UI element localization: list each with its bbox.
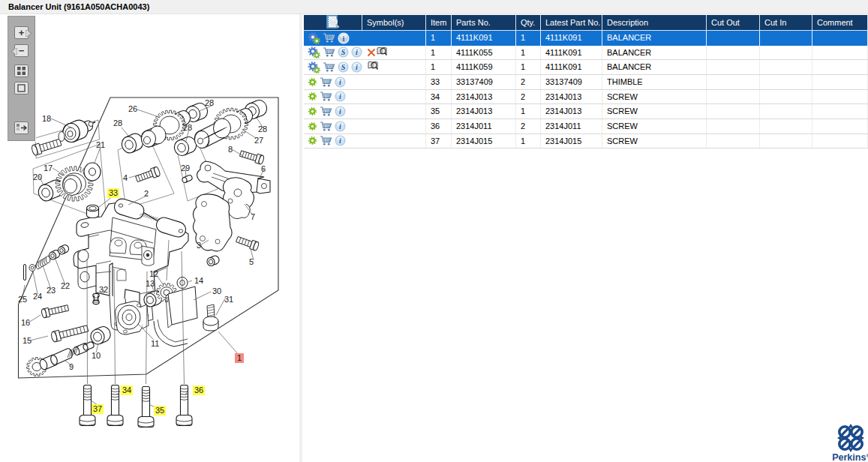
svg-text:i: i	[339, 107, 341, 116]
svg-text:11: 11	[151, 339, 159, 348]
svg-text:20: 20	[33, 172, 42, 182]
svg-text:33: 33	[109, 188, 118, 197]
svg-text:1: 1	[237, 353, 242, 362]
svg-text:30: 30	[212, 286, 221, 296]
svg-text:7: 7	[251, 212, 255, 221]
svg-text:9: 9	[69, 362, 74, 371]
svg-text:37: 37	[93, 404, 102, 413]
svg-text:i: i	[339, 93, 341, 101]
svg-text:28: 28	[183, 123, 192, 132]
svg-text:i: i	[339, 137, 341, 146]
svg-text:i: i	[339, 122, 341, 130]
svg-text:18: 18	[42, 114, 51, 123]
svg-text:S: S	[341, 49, 346, 57]
svg-text:28: 28	[205, 98, 214, 107]
svg-text:12: 12	[149, 269, 158, 278]
svg-text:36: 36	[194, 386, 203, 394]
svg-text:28: 28	[113, 118, 122, 128]
svg-text:i: i	[343, 34, 345, 43]
svg-text:17: 17	[44, 164, 53, 172]
svg-text:Perkins®: Perkins®	[832, 452, 868, 462]
svg-text:23: 23	[47, 286, 56, 295]
svg-text:22: 22	[61, 281, 70, 290]
svg-text:21: 21	[96, 140, 105, 149]
svg-text:6: 6	[261, 164, 266, 173]
svg-text:i: i	[339, 78, 341, 86]
svg-text:26: 26	[128, 104, 137, 113]
svg-text:14: 14	[194, 276, 203, 285]
svg-text:S: S	[341, 63, 346, 71]
svg-text:31: 31	[224, 295, 233, 304]
svg-text:27: 27	[254, 136, 263, 145]
svg-text:35: 35	[155, 406, 164, 415]
svg-text:i: i	[356, 49, 358, 57]
svg-text:34: 34	[122, 386, 131, 394]
svg-text:28: 28	[258, 124, 267, 134]
svg-text:13: 13	[146, 279, 155, 288]
svg-text:i: i	[356, 63, 358, 71]
svg-text:4: 4	[123, 173, 128, 182]
svg-text:24: 24	[33, 292, 42, 301]
